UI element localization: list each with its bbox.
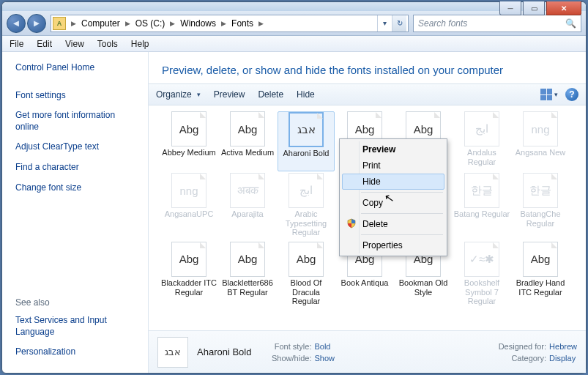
context-menu-separator — [361, 213, 443, 214]
font-thumb: Abg — [230, 242, 265, 277]
font-thumb: ابج — [464, 111, 499, 146]
font-thumb: ابج — [289, 173, 324, 208]
toolbar-delete[interactable]: Delete — [258, 89, 283, 100]
search-icon[interactable]: 🔍 — [565, 18, 576, 29]
sidebar-link-cleartype[interactable]: Adjust ClearType text — [15, 141, 139, 153]
font-thumb: nng — [171, 173, 206, 208]
context-menu-item[interactable]: Properties — [342, 237, 444, 253]
folder-icon: A — [53, 17, 66, 30]
context-menu-item[interactable]: Preview — [342, 141, 444, 157]
chevron-right-icon[interactable]: ▶ — [69, 20, 78, 27]
font-item[interactable]: nngAngsana New — [512, 111, 569, 171]
chevron-right-icon[interactable]: ▶ — [123, 20, 133, 27]
view-options-button[interactable]: ▾ — [540, 89, 558, 100]
font-item[interactable]: AbgBlood Of Dracula Regular — [278, 242, 335, 309]
font-item[interactable]: ابجAndalus Regular — [453, 111, 510, 171]
font-thumb: Abg — [523, 242, 558, 277]
font-thumb: Abg — [230, 111, 265, 146]
sidebar: Control Panel Home Font settings Get mor… — [2, 52, 149, 373]
font-label: Aharoni Bold — [283, 149, 330, 168]
details-show-hide: Show — [314, 354, 335, 363]
font-label: Aparajita — [231, 209, 263, 229]
explorer-window: ─ ▭ ✕ ◄ ► A ▶ Computer ▶ OS (C:) ▶ Windo… — [1, 1, 587, 374]
chevron-right-icon[interactable]: ▶ — [256, 20, 266, 27]
maximize-button[interactable]: ▭ — [523, 1, 545, 15]
titlebar[interactable] — [2, 2, 586, 11]
sidebar-link-find-character[interactable]: Find a character — [15, 162, 139, 174]
help-icon[interactable]: ? — [565, 88, 578, 101]
details-designed-for-label: Designed for: — [483, 342, 549, 351]
font-label: Arabic Typesetting Regular — [278, 209, 335, 237]
font-item[interactable]: AbgBlackletter686 BT Regular — [219, 242, 276, 309]
font-item[interactable]: AbgBradley Hand ITC Regular — [512, 242, 569, 309]
font-item[interactable]: ✓≈✱Bookshelf Symbol 7 Regular — [453, 242, 510, 309]
minimize-button[interactable]: ─ — [499, 1, 521, 15]
sidebar-link-text-services[interactable]: Text Services and Input Language — [15, 315, 139, 338]
menu-edit[interactable]: Edit — [37, 39, 52, 49]
window-controls: ─ ▭ ✕ — [499, 1, 581, 15]
toolbar-hide[interactable]: Hide — [297, 89, 315, 100]
font-item[interactable]: AbgActiva Medium — [219, 111, 276, 171]
sidebar-link-more-info[interactable]: Get more font information online — [15, 110, 139, 133]
font-label: Blackadder ITC Regular — [160, 278, 217, 297]
sidebar-link-font-size[interactable]: Change font size — [15, 182, 139, 194]
font-thumb: Abg — [171, 111, 206, 146]
font-thumb: 한글 — [523, 173, 558, 208]
breadcrumb-segment[interactable]: Windows — [177, 18, 219, 29]
font-label: Activa Medium — [221, 148, 274, 167]
font-item[interactable]: אבגAharoni Bold — [278, 111, 335, 171]
details-designed-for: Hebrew — [549, 342, 577, 351]
details-font-style-label: Font style: — [261, 342, 314, 351]
font-label: AngsanaUPC — [165, 209, 214, 229]
back-button[interactable]: ◄ — [7, 14, 26, 33]
menu-tools[interactable]: Tools — [97, 39, 118, 49]
details-category-label: Category: — [483, 354, 549, 363]
font-item[interactable]: ابجArabic Typesetting Regular — [278, 173, 335, 240]
details-font-style: Bold — [314, 342, 330, 351]
toolbar-organize[interactable]: Organize — [156, 89, 201, 100]
font-label: Book Antiqua — [341, 278, 389, 297]
menu-file[interactable]: File — [10, 39, 23, 49]
address-dropdown-button[interactable]: ▾ — [377, 15, 392, 31]
font-item[interactable]: AbgAbbey Medium — [160, 111, 217, 171]
menu-view[interactable]: View — [65, 39, 84, 49]
context-menu-separator — [361, 192, 443, 193]
context-menu-item[interactable]: Print — [342, 157, 444, 174]
font-thumb: 한글 — [464, 173, 499, 208]
font-label: Bookshelf Symbol 7 Regular — [453, 278, 510, 306]
menu-bar: File Edit View Tools Help — [2, 36, 586, 52]
breadcrumb-segment[interactable]: Computer — [78, 18, 123, 29]
refresh-button[interactable]: ↻ — [392, 15, 406, 31]
font-item[interactable]: 한글Batang Regular — [453, 173, 510, 240]
font-item[interactable]: AbgBlackadder ITC Regular — [160, 242, 217, 309]
font-label: Angsana New — [516, 148, 566, 167]
page-title: Preview, delete, or show and hide the fo… — [149, 52, 586, 83]
forward-button[interactable]: ► — [27, 14, 46, 33]
font-item[interactable]: nngAngsanaUPC — [160, 173, 217, 240]
chevron-right-icon[interactable]: ▶ — [219, 20, 228, 27]
font-thumb: אבג — [289, 112, 324, 147]
context-menu-item[interactable]: Delete — [342, 216, 444, 232]
font-thumb: Abg — [171, 242, 206, 277]
shield-icon — [346, 218, 357, 229]
sidebar-home[interactable]: Control Panel Home — [15, 62, 139, 74]
breadcrumb-segment[interactable]: Fonts — [228, 18, 256, 29]
context-menu-item[interactable]: Hide — [342, 174, 444, 190]
details-category: Display — [549, 354, 576, 363]
search-input[interactable]: Search fonts 🔍 — [413, 15, 581, 32]
sidebar-link-personalization[interactable]: Personalization — [15, 346, 139, 358]
font-item[interactable]: अबकAparajita — [219, 173, 276, 240]
font-item[interactable]: 한글BatangChe Regular — [512, 173, 569, 240]
breadcrumb-segment[interactable]: OS (C:) — [133, 18, 168, 29]
search-placeholder: Search fonts — [418, 18, 467, 29]
menu-help[interactable]: Help — [131, 39, 149, 49]
font-label: Blackletter686 BT Regular — [219, 278, 276, 297]
chevron-right-icon[interactable]: ▶ — [168, 20, 177, 27]
toolbar-preview[interactable]: Preview — [214, 89, 245, 100]
sidebar-link-font-settings[interactable]: Font settings — [15, 90, 139, 102]
address-bar[interactable]: A ▶ Computer ▶ OS (C:) ▶ Windows ▶ Fonts… — [51, 15, 409, 32]
font-label: Bradley Hand ITC Regular — [512, 278, 569, 297]
close-button[interactable]: ✕ — [546, 1, 581, 15]
details-pane: אבג Aharoni Bold Font style:Bold Show/hi… — [149, 330, 586, 373]
font-thumb: Abg — [289, 242, 324, 277]
